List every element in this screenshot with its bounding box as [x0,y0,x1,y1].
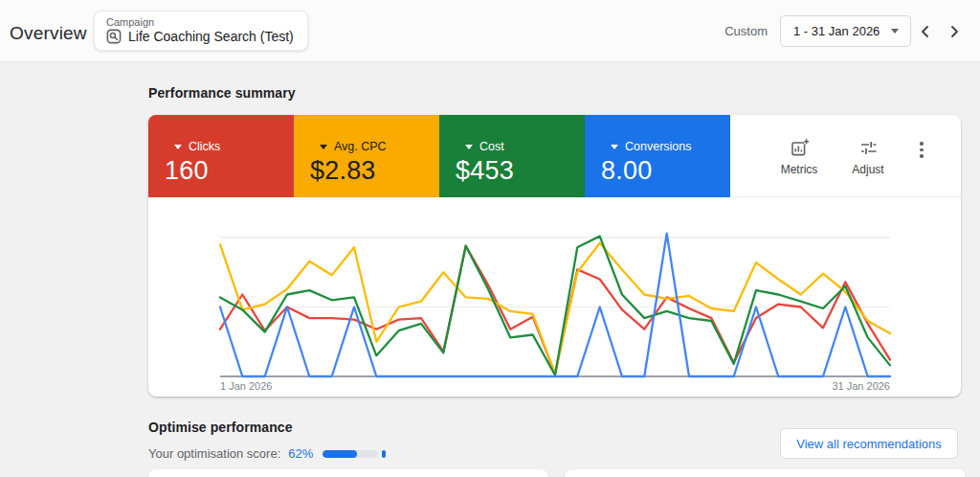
optimisation-score-fill [323,450,357,458]
metric-label: Avg. CPC [334,140,387,153]
x-axis-start-label: 1 Jan 2026 [220,380,272,392]
metrics-button[interactable]: Metrics [769,138,829,176]
caret-down-icon [611,145,618,149]
optimisation-score-bar [323,450,378,458]
date-range-button[interactable]: 1 - 31 Jan 2026 [780,15,911,47]
date-controls: Custom 1 - 31 Jan 2026 [724,0,969,62]
caret-down-icon [465,145,473,149]
performance-summary-card: Clicks 160 Avg. CPC $2.83 Cost $453 Conv… [148,115,961,397]
previous-period-button[interactable] [911,15,940,48]
kebab-menu-icon [920,142,924,146]
metric-label: Cost [479,140,504,153]
optimisation-score-row: Your optimisation score: 62% [148,446,386,461]
chart-line-avg-cpc [220,243,890,374]
performance-chart [220,230,890,383]
page-title: Overview [10,23,87,44]
metric-label: Clicks [189,140,220,153]
caret-down-icon [320,145,327,149]
top-bar: Overview Campaign Life Coaching Search (… [0,0,980,62]
tune-sliders-icon [858,138,879,158]
recommendation-card [148,469,548,477]
x-axis-end-label: 31 Jan 2026 [832,380,890,392]
chevron-left-icon [918,24,933,39]
more-options-button[interactable] [909,142,934,158]
next-period-button[interactable] [940,15,969,48]
add-chart-icon [790,138,810,158]
view-all-recommendations-button[interactable]: View all recommendations [780,428,958,459]
performance-chart-area: 1 Jan 2026 31 Jan 2026 [220,172,890,383]
campaign-name: Life Coaching Search (Test) [128,29,294,44]
campaign-selector[interactable]: Campaign Life Coaching Search (Test) [94,11,308,51]
search-in-box-icon [106,29,122,44]
campaign-selector-label: Campaign [106,16,294,28]
date-mode-label: Custom [724,24,768,38]
chevron-right-icon [947,24,962,39]
google-ads-overview-screen: Overview Campaign Life Coaching Search (… [0,0,980,477]
caret-down-icon [891,29,899,34]
optimisation-score-value: 62% [288,446,313,461]
optimise-performance-title: Optimise performance [148,420,293,435]
performance-summary-title: Performance summary [148,85,296,101]
optimisation-score-max-marker [382,450,386,458]
caret-down-icon [174,145,182,149]
adjust-button[interactable]: Adjust [838,138,898,176]
date-range-value: 1 - 31 Jan 2026 [793,24,880,38]
metric-label: Conversions [625,140,691,153]
chart-line-clicks [220,246,890,374]
recommendation-card [565,469,966,477]
optimisation-score-label: Your optimisation score: [148,446,280,461]
